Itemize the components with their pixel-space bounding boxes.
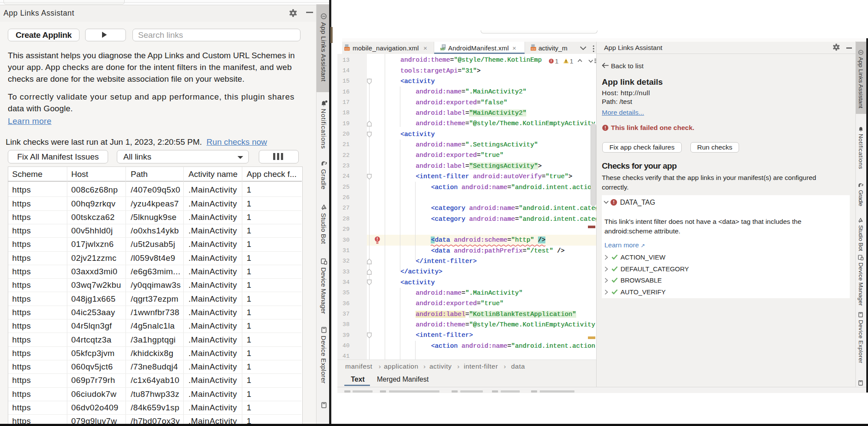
svg-text:!: ! <box>604 125 606 130</box>
svg-text:!: ! <box>613 200 615 205</box>
